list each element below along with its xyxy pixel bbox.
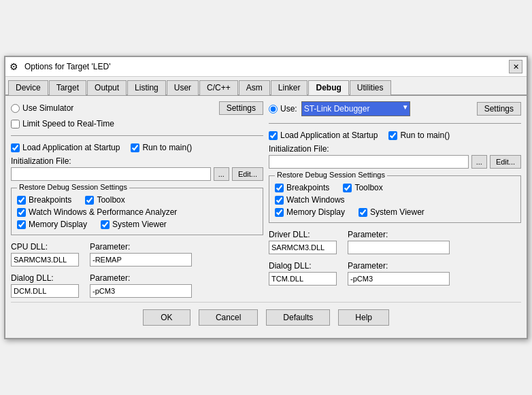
left-watch-windows-label[interactable]: Watch Windows & Performance Analyzer xyxy=(17,207,177,217)
left-breakpoints-checkbox[interactable] xyxy=(17,196,26,205)
left-restore-title: Restore Debug Session Settings xyxy=(17,183,129,191)
right-use-radio-label[interactable]: Use: xyxy=(269,104,297,114)
left-run-to-main-label[interactable]: Run to main() xyxy=(131,143,192,152)
tab-listing[interactable]: Listing xyxy=(127,80,166,95)
right-use-radio[interactable] xyxy=(269,105,278,114)
right-toolbox-checkbox[interactable] xyxy=(343,184,352,192)
right-browse-button[interactable]: ... xyxy=(471,155,487,169)
right-run-to-main-checkbox[interactable] xyxy=(388,131,397,140)
left-dialog-dll-section: Dialog DLL: Parameter: xyxy=(11,273,263,298)
window-title: Options for Target 'LED' xyxy=(24,62,110,71)
right-init-file-label: Initialization File: xyxy=(269,144,521,154)
tab-cpp[interactable]: C/C++ xyxy=(199,80,238,95)
right-driver-dll-input[interactable] xyxy=(269,241,337,254)
right-restore-section: Restore Debug Session Settings Breakpoin… xyxy=(269,175,521,223)
right-watch-windows-checkbox[interactable] xyxy=(275,196,284,205)
right-load-app-checkbox[interactable] xyxy=(269,131,278,140)
left-system-viewer-label[interactable]: System Viewer xyxy=(101,220,167,229)
left-cpu-param-input[interactable] xyxy=(90,253,192,267)
window-icon: ⚙ xyxy=(10,61,20,72)
left-load-app-label[interactable]: Load Application at Startup xyxy=(11,143,120,152)
tab-debug[interactable]: Debug xyxy=(308,80,348,95)
left-init-file-input[interactable] xyxy=(11,167,211,181)
left-cpu-param-label: Parameter: xyxy=(90,242,192,252)
left-toolbox-checkbox[interactable] xyxy=(85,196,94,205)
limit-speed-checkbox[interactable] xyxy=(11,120,20,128)
ok-button[interactable]: OK xyxy=(143,309,190,326)
left-cpu-dll-section: CPU DLL: Parameter: xyxy=(11,242,263,267)
right-driver-dll-section: Driver DLL: Parameter: xyxy=(269,230,521,254)
right-driver-dll-label: Driver DLL: xyxy=(269,230,337,239)
left-run-to-main-checkbox[interactable] xyxy=(131,143,139,152)
tab-output[interactable]: Output xyxy=(87,80,127,95)
right-init-file-input[interactable] xyxy=(269,155,469,169)
right-settings-button[interactable]: Settings xyxy=(477,102,521,116)
right-dialog-param-label: Parameter: xyxy=(348,261,450,271)
right-dialog-dll-input[interactable] xyxy=(269,272,337,286)
defaults-button[interactable]: Defaults xyxy=(266,309,330,326)
left-dialog-param-input[interactable] xyxy=(90,284,192,298)
right-memory-display-checkbox[interactable] xyxy=(275,208,284,217)
left-init-file-label: Initialization File: xyxy=(11,156,263,166)
left-system-viewer-checkbox[interactable] xyxy=(101,220,110,229)
left-browse-button[interactable]: ... xyxy=(214,167,229,181)
right-driver-param-input[interactable] xyxy=(348,241,450,254)
left-init-file-section: Initialization File: ... Edit... xyxy=(11,156,263,181)
right-watch-windows-label[interactable]: Watch Windows xyxy=(275,195,345,205)
cancel-button[interactable]: Cancel xyxy=(199,309,258,326)
limit-speed-label[interactable]: Limit Speed to Real-Time xyxy=(11,119,263,128)
main-window: ⚙ Options for Target 'LED' ✕ Device Targ… xyxy=(4,56,528,339)
title-bar: ⚙ Options for Target 'LED' ✕ xyxy=(5,57,527,77)
right-init-file-section: Initialization File: ... Edit... xyxy=(269,144,521,169)
footer: OK Cancel Defaults Help xyxy=(11,302,521,332)
tab-utilities[interactable]: Utilities xyxy=(350,80,391,95)
right-restore-title: Restore Debug Session Settings xyxy=(275,171,387,179)
tab-asm[interactable]: Asm xyxy=(239,80,270,95)
right-run-to-main-label[interactable]: Run to main() xyxy=(388,131,450,140)
left-memory-display-label[interactable]: Memory Display xyxy=(17,220,87,229)
left-load-app-checkbox[interactable] xyxy=(11,143,20,152)
right-edit-button[interactable]: Edit... xyxy=(490,155,521,169)
right-system-viewer-checkbox[interactable] xyxy=(359,208,367,217)
use-simulator-radio[interactable] xyxy=(11,104,20,113)
debugger-select[interactable]: ST-Link Debugger xyxy=(301,101,410,116)
close-button[interactable]: ✕ xyxy=(509,60,522,73)
left-breakpoints-label[interactable]: Breakpoints xyxy=(17,195,71,205)
left-edit-button[interactable]: Edit... xyxy=(232,167,263,181)
left-toolbox-label[interactable]: Toolbox xyxy=(85,195,124,205)
right-breakpoints-label[interactable]: Breakpoints xyxy=(275,183,329,192)
tab-device[interactable]: Device xyxy=(8,80,48,95)
help-button[interactable]: Help xyxy=(338,309,389,326)
left-dialog-param-label: Parameter: xyxy=(90,273,192,283)
right-driver-param-label: Parameter: xyxy=(348,230,450,239)
right-dialog-param-input[interactable] xyxy=(348,272,450,286)
left-panel: Use Simulator Settings Limit Speed to Re… xyxy=(11,101,263,298)
tabs-bar: Device Target Output Listing User C/C++ … xyxy=(5,77,527,96)
left-watch-windows-checkbox[interactable] xyxy=(17,208,26,217)
left-dialog-dll-label: Dialog DLL: xyxy=(11,273,79,283)
debugger-dropdown-wrapper: ST-Link Debugger ▼ xyxy=(301,101,410,116)
tab-linker[interactable]: Linker xyxy=(271,80,308,95)
use-simulator-label[interactable]: Use Simulator xyxy=(11,103,73,113)
right-memory-display-label[interactable]: Memory Display xyxy=(275,207,345,217)
right-dialog-dll-section: Dialog DLL: Parameter: xyxy=(269,261,521,286)
right-load-app-label[interactable]: Load Application at Startup xyxy=(269,131,378,140)
tab-content: Use Simulator Settings Limit Speed to Re… xyxy=(5,96,527,338)
left-memory-display-checkbox[interactable] xyxy=(17,220,26,229)
right-toolbox-label[interactable]: Toolbox xyxy=(343,183,382,192)
left-dialog-dll-input[interactable] xyxy=(11,284,79,298)
right-dialog-dll-label: Dialog DLL: xyxy=(269,261,337,271)
left-cpu-dll-label: CPU DLL: xyxy=(11,242,79,252)
tab-user[interactable]: User xyxy=(167,80,199,95)
tab-target[interactable]: Target xyxy=(49,80,86,95)
left-settings-button[interactable]: Settings xyxy=(219,101,263,115)
left-restore-section: Restore Debug Session Settings Breakpoin… xyxy=(11,188,263,235)
left-cpu-dll-input[interactable] xyxy=(11,253,79,267)
right-breakpoints-checkbox[interactable] xyxy=(275,184,284,192)
right-panel: Use: ST-Link Debugger ▼ Settings xyxy=(269,101,521,298)
right-system-viewer-label[interactable]: System Viewer xyxy=(359,207,425,217)
